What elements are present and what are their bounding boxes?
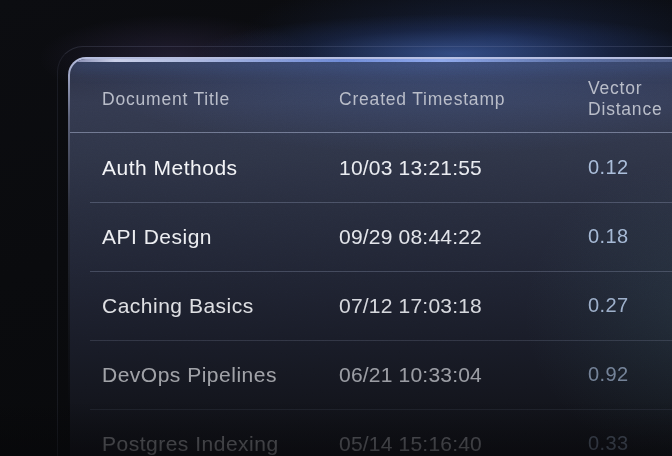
table-row[interactable]: Auth Methods 10/03 13:21:55 0.12 bbox=[70, 133, 672, 202]
column-header-created-timestamp: Created Timestamp bbox=[339, 89, 588, 110]
table-row[interactable]: Caching Basics 07/12 17:03:18 0.27 bbox=[70, 271, 672, 340]
document-title-cell: Caching Basics bbox=[102, 294, 339, 318]
table-header-row: Document Title Created Timestamp Vector … bbox=[70, 59, 672, 133]
created-timestamp-cell: 07/12 17:03:18 bbox=[339, 294, 588, 318]
column-header-document-title: Document Title bbox=[102, 89, 339, 110]
vector-distance-cell: 0.92 bbox=[588, 363, 672, 386]
table-row[interactable]: Postgres Indexing 05/14 15:16:40 0.33 bbox=[70, 409, 672, 456]
created-timestamp-cell: 05/14 15:16:40 bbox=[339, 432, 588, 456]
vector-distance-cell: 0.12 bbox=[588, 156, 672, 179]
created-timestamp-cell: 06/21 10:33:04 bbox=[339, 363, 588, 387]
table-row[interactable]: DevOps Pipelines 06/21 10:33:04 0.92 bbox=[70, 340, 672, 409]
column-header-vector-distance: Vector Distance bbox=[588, 78, 672, 120]
screenshot-stage: Document Title Created Timestamp Vector … bbox=[0, 0, 672, 456]
documents-table: Document Title Created Timestamp Vector … bbox=[70, 59, 672, 456]
created-timestamp-cell: 09/29 08:44:22 bbox=[339, 225, 588, 249]
table-row[interactable]: API Design 09/29 08:44:22 0.18 bbox=[70, 202, 672, 271]
vector-distance-cell: 0.33 bbox=[588, 432, 672, 455]
created-timestamp-cell: 10/03 13:21:55 bbox=[339, 156, 588, 180]
vector-distance-cell: 0.18 bbox=[588, 225, 672, 248]
table-body: Auth Methods 10/03 13:21:55 0.12 API Des… bbox=[70, 133, 672, 456]
results-table-panel: Document Title Created Timestamp Vector … bbox=[68, 57, 672, 456]
document-title-cell: Postgres Indexing bbox=[102, 432, 339, 456]
document-title-cell: DevOps Pipelines bbox=[102, 363, 339, 387]
document-title-cell: API Design bbox=[102, 225, 339, 249]
vector-distance-cell: 0.27 bbox=[588, 294, 672, 317]
document-title-cell: Auth Methods bbox=[102, 156, 339, 180]
